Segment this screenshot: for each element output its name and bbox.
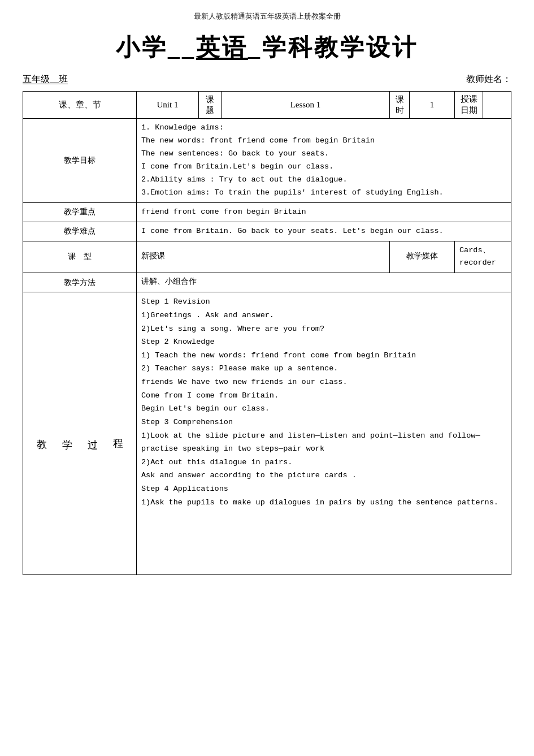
- teacher-label: 教师姓名：: [466, 74, 511, 85]
- title-part1: 小学: [116, 34, 168, 61]
- time-label: 课时: [390, 92, 410, 119]
- media-content: Cards、recorder: [455, 241, 511, 273]
- table-row-method: 教学方法 讲解、小组合作: [23, 273, 511, 292]
- table-row-key-points: 教学重点 friend front come from begin Britai…: [23, 202, 511, 222]
- method-label: 教学方法: [23, 273, 137, 292]
- lesson-type-content: 新授课: [137, 241, 390, 273]
- table-row-objectives: 教学目标 1. Knowledge aims: The new words: f…: [23, 119, 511, 203]
- subtitle: 最新人教版精通英语五年级英语上册教案全册: [23, 11, 511, 21]
- title-part2: 学科教学设计: [262, 34, 418, 61]
- title-underline1: 英语: [196, 34, 248, 61]
- time-value: 1: [410, 92, 455, 119]
- process-label: 教 学 过 程: [23, 292, 137, 575]
- lesson-value: Lesson 1: [222, 92, 390, 119]
- table-row-difficult-points: 教学难点 I come from Britain. Go back to you…: [23, 222, 511, 241]
- grade-line: 五年级__班 教师姓名：: [23, 74, 511, 85]
- method-content: 讲解、小组合作: [137, 273, 511, 292]
- lesson-table: 课、章、节 Unit 1 课题 Lesson 1 课时 1 授课日期 教学目标 …: [23, 91, 511, 575]
- media-label: 教学媒体: [390, 241, 455, 273]
- difficult-points-content: I come from Britain. Go back to your sea…: [137, 222, 511, 241]
- date-value-empty: [483, 92, 511, 119]
- table-header-row: 课、章、节 Unit 1 课题 Lesson 1 课时 1 授课日期: [23, 92, 511, 119]
- grade-left: 五年级__班: [23, 74, 68, 85]
- difficult-points-label: 教学难点: [23, 222, 137, 241]
- col1-header: 课、章、节: [23, 92, 137, 119]
- unit-value: Unit 1: [137, 92, 199, 119]
- key-points-content: friend front come from begin Britain: [137, 202, 511, 222]
- main-title: 小学__英语_学科教学设计: [23, 32, 511, 63]
- objectives-label: 教学目标: [23, 119, 137, 203]
- lesson-type-label: 课 型: [23, 241, 137, 273]
- objectives-content: 1. Knowledge aims: The new words: front …: [137, 119, 511, 203]
- key-points-label: 教学重点: [23, 202, 137, 222]
- table-row-process: 教 学 过 程 Step 1 Revision 1)Greetings . As…: [23, 292, 511, 575]
- process-content: Step 1 Revision 1)Greetings . Ask and an…: [137, 292, 511, 575]
- lesson-label: 课题: [199, 92, 222, 119]
- date-label: 授课日期: [455, 92, 483, 119]
- table-row-lesson-type: 课 型 新授课 教学媒体 Cards、recorder: [23, 241, 511, 273]
